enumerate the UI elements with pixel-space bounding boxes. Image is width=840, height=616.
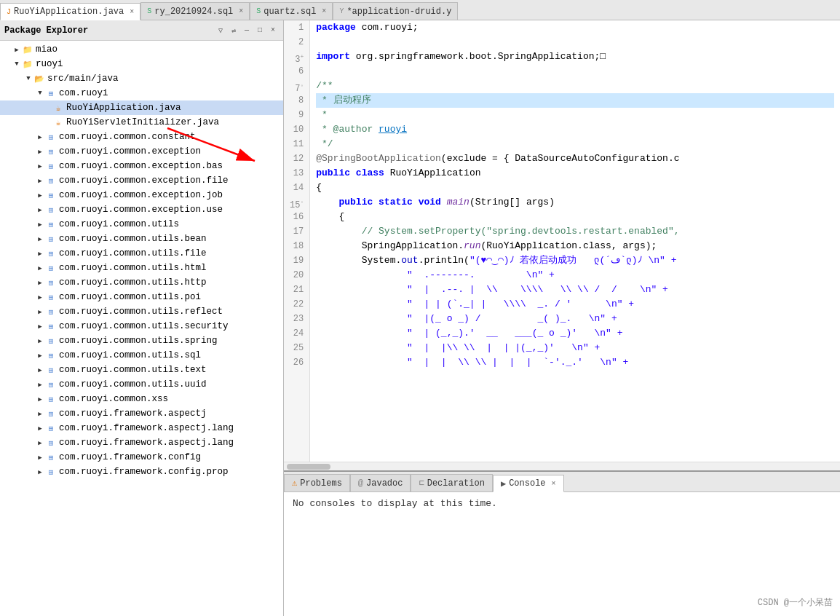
package-icon: ⊞ [45,379,57,390]
folder-icon-src: 📂 [33,73,45,84]
tree-label: com.ruoyi.common.utils.text [59,365,207,375]
tab-problems[interactable]: ⚠ Problems [284,474,350,491]
tab-close-button[interactable]: × [322,7,326,15]
code-line-16: { [316,210,834,224]
close-sidebar-button[interactable]: × [267,25,279,36]
tab-sql1[interactable]: S ry_20210924.sql × [140,2,250,20]
console-tab-label: Console [509,478,545,489]
code-line-23: " |(_ o _) / _( )_. \n" + [316,312,834,326]
tree-label: com.ruoyi.framework.aspectj [59,408,207,419]
tree-item-pkg-exception-file[interactable]: ▶ ⊞ com.ruoyi.common.exception.file [0,173,283,188]
tab-declaration[interactable]: ⊏ Declaration [411,474,492,491]
tab-console[interactable]: ▶ Console × [493,475,564,492]
tab-sql2[interactable]: S quartz.sql × [250,2,333,20]
tree-item-pkg-utils-security[interactable]: ▶ ⊞ com.ruoyi.common.utils.security [0,319,283,333]
tree-item-pkg-exception-job[interactable]: ▶ ⊞ com.ruoyi.common.exception.job [0,188,283,202]
tree-item-pkg-framework-aspectj-lang1[interactable]: ▶ ⊞ com.ruoyi.framework.aspectj.lang [0,421,283,435]
tree-item-pkg-utils-text[interactable]: ▶ ⊞ com.ruoyi.common.utils.text [0,363,283,377]
javadoc-icon: @ [358,478,363,489]
sql-file-icon2: S [256,7,261,15]
tree-label: com.ruoyi.common.utils.sql [59,350,201,360]
horizontal-scrollbar[interactable] [284,462,840,470]
project-icon-ruoyi: 📁 [22,58,33,70]
minimize-button[interactable]: — [241,25,253,36]
tree-label: com.ruoyi.framework.aspectj.lang [59,423,234,433]
collapse-all-button[interactable]: ▽ [215,25,226,36]
package-icon: ⊞ [45,175,57,186]
package-icon: ⊞ [45,364,57,376]
tab-label: RuoYiApplication.java [14,7,124,17]
tree-item-pkg-utils-sql[interactable]: ▶ ⊞ com.ruoyi.common.utils.sql [0,348,283,363]
sidebar-tree[interactable]: ▶ 📁 miao ▼ 📁 ruoyi ▼ 📂 src/main/java [0,41,283,616]
tab-ruoyiapplication[interactable]: J RuoYiApplication.java × [0,3,140,20]
tree-item-pkg-utils-bean[interactable]: ▶ ⊞ com.ruoyi.common.utils.bean [0,232,283,246]
package-icon-com-ruoyi: ⊞ [45,87,57,99]
tree-label: com.ruoyi.common.utils.reflect [59,307,223,317]
tree-item-miao[interactable]: ▶ 📁 miao [0,42,283,57]
tree-item-com-ruoyi[interactable]: ▼ ⊞ com.ruoyi [0,86,283,100]
tree-item-ruoyiservlet[interactable]: ☕ RuoYiServletInitializer.java [0,115,283,130]
code-line-17: // System.setProperty("spring.devtools.r… [316,224,834,239]
tree-label: com.ruoyi.common.utils.spring [59,336,218,346]
tree-label: com.ruoyi.common.exception [59,146,201,157]
code-editor[interactable]: package com.ruoyi; import org.springfram… [310,20,840,462]
tree-item-pkg-constant[interactable]: ▶ ⊞ com.ruoyi.common.constant [0,130,283,144]
main-content: Package Explorer ▽ ⇌ — □ × [0,20,840,616]
tree-label: com.ruoyi.common.utils.security [59,321,229,331]
tree-item-pkg-utils-spring[interactable]: ▶ ⊞ com.ruoyi.common.utils.spring [0,333,283,348]
tree-item-pkg-utils[interactable]: ▶ ⊞ com.ruoyi.common.utils [0,217,283,232]
tab-close-button[interactable]: × [130,8,134,16]
right-panel: 1 2 3+ 6 7◦ 8 9 10 11 12 13 14 15◦ 16 17… [284,20,840,616]
package-icon: ⊞ [45,189,57,201]
tree-item-pkg-utils-reflect[interactable]: ▶ ⊞ com.ruoyi.common.utils.reflect [0,304,283,319]
tree-item-pkg-utils-html[interactable]: ▶ ⊞ com.ruoyi.common.utils.html [0,261,283,275]
java-icon-ruoyiapp: ☕ [52,102,64,114]
tree-item-ruoyi[interactable]: ▼ 📁 ruoyi [0,57,283,71]
tree-item-ruoyiapplication[interactable]: ☕ RuoYiApplication.java [0,100,283,115]
package-icon: ⊞ [45,408,57,419]
code-line-12: @SpringBootApplication(exclude = { DataS… [316,151,834,166]
scrollbar-thumb[interactable] [287,464,330,470]
problems-icon: ⚠ [292,478,297,489]
tree-item-pkg-xss[interactable]: ▶ ⊞ com.ruoyi.common.xss [0,392,283,406]
tab-javadoc[interactable]: @ Javadoc [350,474,411,491]
code-line-18: SpringApplication.run(RuoYiApplication.c… [316,239,834,253]
tree-label: com.ruoyi.common.utils.bean [59,234,207,244]
code-line-2 [316,35,834,50]
tree-item-pkg-utils-poi[interactable]: ▶ ⊞ com.ruoyi.common.utils.poi [0,290,283,304]
tree-item-pkg-exception-bas[interactable]: ▶ ⊞ com.ruoyi.common.exception.bas [0,159,283,173]
tree-label-miao: miao [36,44,58,55]
tree-item-pkg-framework-config-prop[interactable]: ▶ ⊞ com.ruoyi.framework.config.prop [0,465,283,479]
tree-item-src-main-java[interactable]: ▼ 📂 src/main/java [0,71,283,86]
tree-item-pkg-framework-aspectj[interactable]: ▶ ⊞ com.ruoyi.framework.aspectj [0,406,283,421]
tree-label: com.ruoyi.common.exception.job [59,190,223,200]
code-line-11: */ [316,137,834,151]
tree-item-pkg-exception[interactable]: ▶ ⊞ com.ruoyi.common.exception [0,144,283,159]
package-icon: ⊞ [45,393,57,405]
code-line-3: import org.springframework.boot.SpringAp… [316,50,834,64]
yaml-file-icon: Y [339,7,344,15]
tree-label-com-ruoyi: com.ruoyi [59,88,108,98]
tree-label: com.ruoyi.common.exception.file [59,175,229,186]
package-icon: ⊞ [45,218,57,230]
tree-label: com.ruoyi.common.exception.use [59,205,223,215]
tree-item-pkg-framework-aspectj-lang2[interactable]: ▶ ⊞ com.ruoyi.framework.aspectj.lang [0,435,283,450]
console-tab-close[interactable]: × [552,480,556,488]
code-line-25: " | |\\ \\ | | |(_,_)' \n" + [316,341,834,355]
code-line-9: * [316,108,834,122]
tree-item-pkg-utils-http[interactable]: ▶ ⊞ com.ruoyi.common.utils.http [0,275,283,290]
tree-label: com.ruoyi.common.utils.uuid [59,379,207,390]
problems-tab-label: Problems [300,478,342,489]
package-icon: ⊞ [45,350,57,361]
maximize-button[interactable]: □ [254,25,266,36]
tree-item-pkg-utils-file[interactable]: ▶ ⊞ com.ruoyi.common.utils.file [0,246,283,261]
link-editor-button[interactable]: ⇌ [228,25,239,36]
tree-item-pkg-exception-use[interactable]: ▶ ⊞ com.ruoyi.common.exception.use [0,202,283,217]
tab-yaml[interactable]: Y *application-druid.y [333,2,458,20]
code-line-20: " .-------. \n" + [316,268,834,283]
tab-close-button[interactable]: × [239,7,243,15]
tree-item-pkg-framework-config[interactable]: ▶ ⊞ com.ruoyi.framework.config [0,450,283,465]
tree-item-pkg-utils-uuid[interactable]: ▶ ⊞ com.ruoyi.common.utils.uuid [0,377,283,392]
tree-label-ruoyiapp: RuoYiApplication.java [66,103,181,113]
editor-content[interactable]: 1 2 3+ 6 7◦ 8 9 10 11 12 13 14 15◦ 16 17… [284,20,840,462]
